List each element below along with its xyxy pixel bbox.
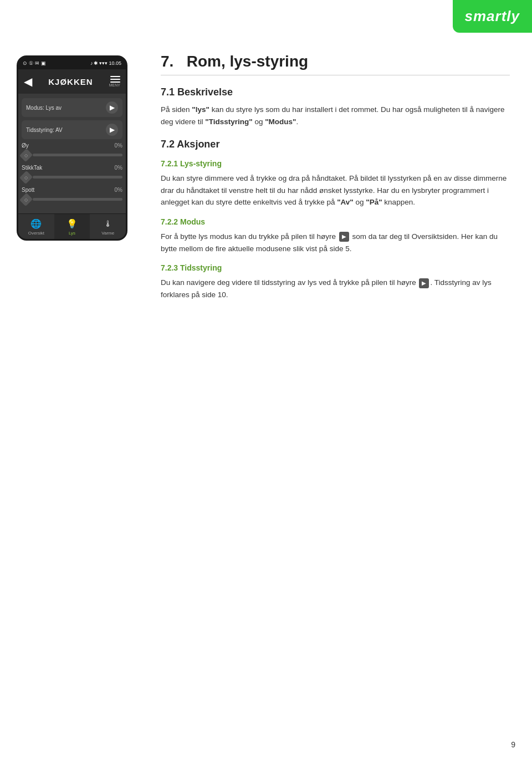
mode-row-lys[interactable]: Modus: Lys av ▶ <box>22 98 122 117</box>
app-header: ◀ KJØKKEN MENY <box>18 69 126 94</box>
body-text-7-2-3: Du kan navigere deg videre til tidsstyri… <box>161 277 510 300</box>
light-section: Øy 0% ◇ StikkTak <box>22 142 122 205</box>
bold-lys: "lys" <box>192 105 209 114</box>
nav-item-oversikt[interactable]: 🌐 Oversikt <box>18 214 54 239</box>
light-spott-track[interactable] <box>33 198 122 201</box>
light-oy-pct: 0% <box>115 142 122 149</box>
light-stikktak-diamond[interactable]: ◇ <box>19 171 33 184</box>
status-icon-bluetooth: ✱ <box>94 60 98 66</box>
sub-subsection-title-7-2-2: 7.2.2 Modus <box>161 217 510 226</box>
content-area: 7. Rom, lys-styring 7.1 Beskrivelse På s… <box>161 50 510 305</box>
status-icon-headphone: ♪ <box>90 60 93 66</box>
light-item-spott: Spott 0% ◇ <box>22 187 122 205</box>
body-text-7-2-2: For å bytte lys modus kan du trykke på p… <box>161 231 510 254</box>
menu-button[interactable]: MENY <box>109 76 120 87</box>
body-text-7-1: På siden "lys" kan du styre lys som du h… <box>161 104 510 128</box>
status-icon-camera: ▣ <box>41 60 46 66</box>
light-item-stikktak: StikkTak 0% ◇ <box>22 165 122 182</box>
menu-label: MENY <box>109 83 120 87</box>
nav-label-lys: Lys <box>69 231 75 236</box>
subsection-title-7-2: 7.2 Aksjoner <box>161 139 510 150</box>
app-title: KJØKKEN <box>48 77 93 86</box>
light-oy-header: Øy 0% <box>22 142 122 149</box>
light-stikktak-name: StikkTak <box>22 165 42 171</box>
arrow-right-icon-1: ▶ <box>339 232 349 242</box>
section-title-text: Rom, lys-styring <box>187 53 308 70</box>
temp-icon: 🌡 <box>104 219 112 229</box>
logo-text: smartly <box>465 8 520 24</box>
light-spott-diamond[interactable]: ◇ <box>19 193 33 206</box>
mode-tidsstyring-label: Tidsstyring: AV <box>26 127 106 133</box>
status-icon-mail: ✉ <box>35 60 39 66</box>
status-bar: ⊙ ① ✉ ▣ ♪ ✱ ▾▾▾ 10.05 <box>18 57 126 69</box>
menu-line-2 <box>110 79 120 80</box>
app-body: Modus: Lys av ▶ Tidsstyring: AV ▶ Øy 0% <box>18 94 126 213</box>
nav-item-lys[interactable]: 💡 Lys <box>54 214 90 239</box>
mode-tidsstyring-arrow[interactable]: ▶ <box>106 124 118 136</box>
phone-mockup: ⊙ ① ✉ ▣ ♪ ✱ ▾▾▾ 10.05 ◀ KJØKKEN <box>17 55 133 305</box>
status-icons-right: ♪ ✱ ▾▾▾ 10.05 <box>90 60 121 66</box>
sub-subsection-title-7-2-3: 7.2.3 Tidsstyring <box>161 263 510 272</box>
light-stikktak-pct: 0% <box>115 165 122 171</box>
bold-tidsstyring: "Tidsstyring" <box>205 118 252 126</box>
menu-icon <box>109 76 120 83</box>
bulb-icon: 💡 <box>66 218 78 229</box>
section-title: 7. Rom, lys-styring <box>161 53 510 75</box>
back-arrow-icon[interactable]: ◀ <box>24 76 32 87</box>
status-time: 10.05 <box>109 60 121 66</box>
globe-icon: 🌐 <box>30 218 42 229</box>
light-spott-name: Spott <box>22 187 34 193</box>
bold-pa: "På" <box>366 198 382 206</box>
page-number: 9 <box>511 740 515 749</box>
nav-label-oversikt: Oversikt <box>28 231 44 236</box>
menu-line-3 <box>110 81 120 83</box>
light-stikktak-header: StikkTak 0% <box>22 165 122 171</box>
status-icon-signal: ▾▾▾ <box>99 60 108 66</box>
light-oy-track[interactable] <box>33 154 122 156</box>
light-stikktak-controls: ◇ <box>22 172 122 182</box>
light-oy-name: Øy <box>22 142 29 149</box>
light-spott-header: Spott 0% <box>22 187 122 193</box>
light-oy-diamond[interactable]: ◇ <box>19 149 33 162</box>
body-text-7-2-1: Du kan styre dimmere ved å trykke og dra… <box>161 172 510 208</box>
mode-row-tidsstyring[interactable]: Tidsstyring: AV ▶ <box>22 120 122 139</box>
light-stikktak-track[interactable] <box>33 176 122 179</box>
mode-lys-label: Modus: Lys av <box>26 105 106 111</box>
app-bottom-nav: 🌐 Oversikt 💡 Lys 🌡 Varme <box>18 213 126 239</box>
nav-item-varme[interactable]: 🌡 Varme <box>90 214 126 239</box>
bold-av: "Av" <box>337 198 354 206</box>
sub-subsection-title-7-2-1: 7.2.1 Lys-styring <box>161 159 510 168</box>
section-number: 7. <box>161 53 182 70</box>
mode-lys-arrow[interactable]: ▶ <box>106 101 118 114</box>
light-spott-controls: ◇ <box>22 195 122 205</box>
status-icon-info: ① <box>29 60 33 66</box>
bold-modus: "Modus" <box>265 118 296 126</box>
arrow-right-icon-2: ▶ <box>419 278 429 288</box>
smartly-logo: smartly <box>453 0 533 33</box>
light-item-oy: Øy 0% ◇ <box>22 142 122 160</box>
status-icons-left: ⊙ ① ✉ ▣ <box>23 60 46 66</box>
status-icon-alarm: ⊙ <box>23 60 27 66</box>
subsection-title-7-1: 7.1 Beskrivelse <box>161 86 510 98</box>
light-spott-pct: 0% <box>115 187 122 193</box>
nav-label-varme: Varme <box>101 231 114 236</box>
menu-line-1 <box>110 76 120 77</box>
phone-frame: ⊙ ① ✉ ▣ ♪ ✱ ▾▾▾ 10.05 ◀ KJØKKEN <box>17 55 127 241</box>
light-oy-controls: ◇ <box>22 150 122 160</box>
